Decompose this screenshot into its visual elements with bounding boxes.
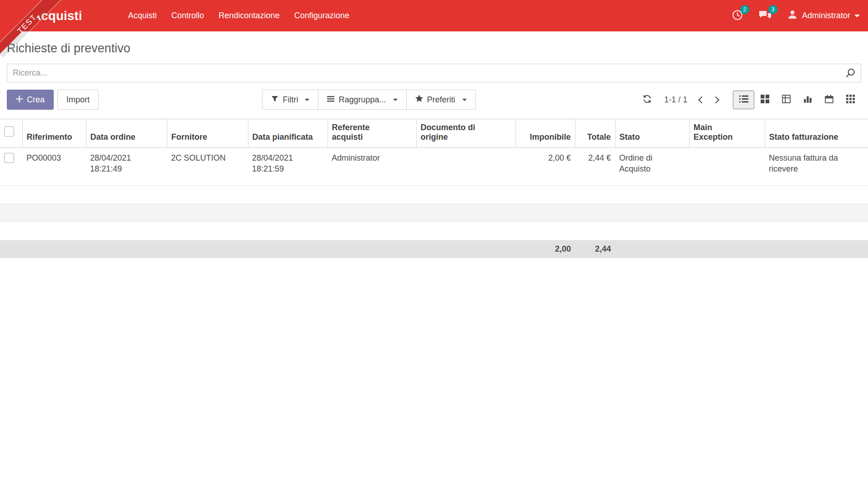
column-header-data-pianificata[interactable]: Data pianificata xyxy=(248,119,328,148)
plus-icon xyxy=(16,95,23,105)
top-navbar: Acquisti Acquisti Controllo Rendicontazi… xyxy=(0,0,868,31)
footer-totale-total: 2,44 xyxy=(575,240,615,258)
search-bar xyxy=(7,64,861,82)
activities-button[interactable]: 2 xyxy=(732,9,743,23)
column-header-label: Stato xyxy=(620,132,640,142)
view-switcher xyxy=(733,91,861,109)
pivot-view-icon xyxy=(782,95,791,105)
toolbar-right: 1-1 / 1 xyxy=(639,91,861,109)
groupby-label: Raggruppa... xyxy=(338,95,386,105)
cell-riferimento[interactable]: PO00003 xyxy=(22,148,86,186)
column-header-fornitore[interactable]: Fornitore xyxy=(167,119,248,148)
menu-acquisti[interactable]: Acquisti xyxy=(121,0,164,31)
view-pivot-button[interactable] xyxy=(776,91,797,109)
chevron-down-icon xyxy=(393,99,398,101)
column-header-label: Stato fatturazione xyxy=(769,132,838,142)
toolbar: Crea Import Filtri R xyxy=(7,90,861,110)
empty-row xyxy=(0,222,868,240)
empty-row xyxy=(0,186,868,204)
refresh-icon xyxy=(642,94,652,106)
main-menu: Acquisti Controllo Rendicontazione Confi… xyxy=(121,0,356,31)
select-all-checkbox[interactable] xyxy=(4,127,14,137)
cell-totale[interactable]: 2,44 € xyxy=(575,148,615,186)
column-header-label: Riferimento xyxy=(27,132,72,142)
column-header-riferimento[interactable]: Riferimento xyxy=(22,119,86,148)
cell-main-exception[interactable] xyxy=(689,148,765,186)
cell-documento-origine[interactable] xyxy=(416,148,515,186)
apps-menu-button[interactable] xyxy=(8,10,18,22)
kanban-view-icon xyxy=(761,95,769,105)
user-menu[interactable]: Administrator xyxy=(787,9,860,22)
cell-data-ordine[interactable]: 28/04/2021 18:21:49 xyxy=(86,148,167,186)
view-list-button[interactable] xyxy=(733,91,754,109)
column-header-label: Referente acquisti xyxy=(332,123,387,142)
navbar-systray: 2 3 Administrator xyxy=(732,9,860,23)
row-select-cell xyxy=(0,148,22,186)
filters-label: Filtri xyxy=(283,95,298,105)
chevron-left-icon xyxy=(698,96,706,103)
row-checkbox[interactable] xyxy=(4,153,14,163)
import-button[interactable]: Import xyxy=(57,90,99,110)
filters-button[interactable]: Filtri xyxy=(262,90,318,110)
column-header-totale[interactable]: Totale xyxy=(575,119,615,148)
menu-item: Rendicontazione xyxy=(212,0,287,31)
table-footer-row: 2,00 2,44 xyxy=(0,240,868,258)
pager-previous-button[interactable] xyxy=(695,94,709,106)
table-header-row: Riferimento Data ordine Fornitore Data p… xyxy=(0,119,868,148)
column-header-stato-fatturazione[interactable]: Stato fatturazione xyxy=(765,119,868,148)
chevron-down-icon xyxy=(462,99,467,101)
column-header-stato[interactable]: Stato xyxy=(615,119,689,148)
menu-controllo[interactable]: Controllo xyxy=(164,0,212,31)
cell-stato-fatturazione[interactable]: Nessuna fattura da ricevere xyxy=(765,148,868,186)
column-header-documento-origine[interactable]: Documento di origine xyxy=(416,119,515,148)
column-header-main-exception[interactable]: Main Exception xyxy=(689,119,765,148)
search-icon[interactable] xyxy=(845,68,856,81)
menu-item: Acquisti xyxy=(121,0,164,31)
graph-view-icon xyxy=(803,95,812,105)
pager-next-button[interactable] xyxy=(709,94,723,106)
column-header-label: Imponibile xyxy=(530,132,571,142)
groupby-button[interactable]: Raggruppa... xyxy=(318,90,406,110)
list-view-icon xyxy=(739,95,748,104)
cell-data-pianificata[interactable]: 28/04/2021 18:21:59 xyxy=(248,148,328,186)
view-activity-button[interactable] xyxy=(840,91,861,109)
create-button[interactable]: Crea xyxy=(7,90,54,110)
toolbar-left: Crea Import xyxy=(7,90,99,110)
apps-grid-icon xyxy=(8,10,18,22)
user-name: Administrator xyxy=(802,11,850,20)
user-icon xyxy=(787,9,798,22)
column-header-label: Documento di origine xyxy=(421,123,489,142)
column-header-label: Totale xyxy=(587,132,611,142)
app-brand[interactable]: Acquisti xyxy=(32,9,82,23)
messages-button[interactable]: 3 xyxy=(759,9,772,23)
column-header-imponibile[interactable]: Imponibile xyxy=(515,119,575,148)
column-header-referente-acquisti[interactable]: Referente acquisti xyxy=(328,119,416,148)
cell-stato[interactable]: Ordine di Acquisto xyxy=(615,148,689,186)
cell-referente-acquisti[interactable]: Administrator xyxy=(328,148,416,186)
footer-spacer xyxy=(615,240,868,258)
favorites-label: Preferiti xyxy=(427,95,455,105)
cell-imponibile[interactable]: 2,00 € xyxy=(515,148,575,186)
activities-badge: 2 xyxy=(740,5,749,14)
favorites-button[interactable]: Preferiti xyxy=(406,90,476,110)
column-header-label: Main Exception xyxy=(694,123,739,142)
control-panel: Richieste di preventivo Crea Import xyxy=(0,31,868,110)
quotation-list-table: Riferimento Data ordine Fornitore Data p… xyxy=(0,119,868,258)
menu-configurazione[interactable]: Configurazione xyxy=(287,0,357,31)
search-input[interactable] xyxy=(7,64,861,82)
import-button-label: Import xyxy=(66,95,90,105)
refresh-button[interactable] xyxy=(639,91,655,108)
column-header-data-ordine[interactable]: Data ordine xyxy=(86,119,167,148)
view-kanban-button[interactable] xyxy=(754,91,776,109)
menu-rendicontazione[interactable]: Rendicontazione xyxy=(212,0,287,31)
view-graph-button[interactable] xyxy=(797,91,818,109)
pager-range: 1-1 / 1 xyxy=(664,95,687,105)
cell-fornitore[interactable]: 2C SOLUTION xyxy=(167,148,248,186)
view-calendar-button[interactable] xyxy=(818,91,840,109)
column-header-label: Fornitore xyxy=(172,132,207,142)
footer-spacer xyxy=(0,240,515,258)
grid-view-icon xyxy=(846,95,855,105)
table-row[interactable]: PO00003 28/04/2021 18:21:49 2C SOLUTION … xyxy=(0,148,868,186)
select-all-cell xyxy=(0,119,22,148)
messages-badge: 3 xyxy=(768,5,777,14)
